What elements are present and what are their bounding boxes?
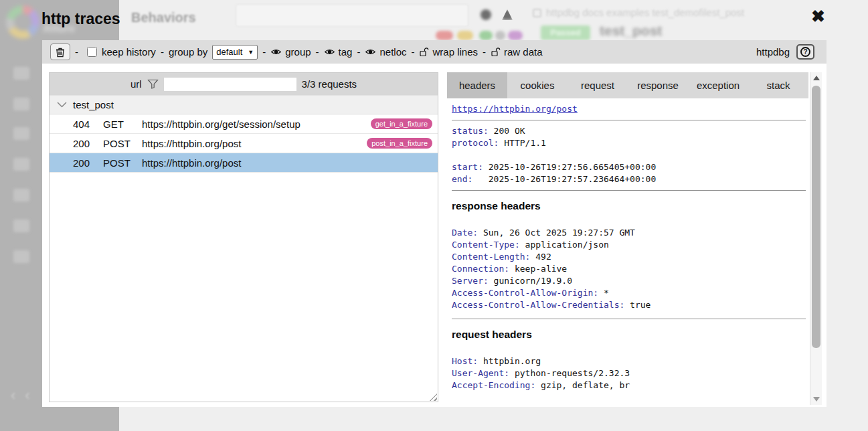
separator: - [262,46,266,58]
close-button[interactable]: ✖ [811,8,825,25]
group-label: test_post [73,99,114,110]
request-url-link[interactable]: https://httpbin.org/post [452,104,578,114]
wrap-lines-label: wrap lines [432,46,478,58]
group-by-label: group by [169,46,207,58]
detail-scrollbar[interactable] [810,72,822,405]
sidebar-icon [13,220,29,232]
raw-data-label: raw data [504,46,543,58]
http-method: GET [103,118,130,130]
separator: - [161,46,164,58]
toolbar: - keep history - group by default ▼ - gr… [42,40,827,64]
toggle-group[interactable]: group [270,46,311,58]
request-group-row[interactable]: test_post [50,96,438,114]
request-row-selected[interactable]: 200 POST https://httpbin.org/post [50,153,438,173]
request-row[interactable]: 200 POST https://httpbin.org/post post_i… [50,134,438,153]
divider [452,319,806,319]
filter-bar: url 3/3 requests [50,73,438,95]
toggle-tag[interactable]: tag [324,46,353,58]
request-url: https://httpbin.org/post [142,157,438,169]
scrollbar-thumb[interactable] [812,86,820,348]
sidebar-icon [13,250,29,263]
funnel-icon [147,79,159,89]
group-by-select[interactable]: default ▼ [212,45,258,60]
url-filter-input[interactable] [164,78,296,91]
breadcrumb: httpdbg docs examples test_demofilest_po… [546,7,744,18]
tab-headers[interactable]: headers [447,72,507,98]
chevron-down-icon [57,102,67,108]
clear-traces-button[interactable] [50,44,70,60]
group-by-value: default [216,47,242,57]
status-code: 200 [72,138,90,149]
status-chip-failed [436,31,453,40]
tag-toggle-label: tag [339,46,353,58]
status-code: 200 [72,157,90,169]
question-mark-icon: ? [800,47,810,57]
separator: - [483,46,486,58]
page-title: http traces [41,10,120,28]
panel-resize-handle[interactable] [430,394,437,401]
scroll-down-button[interactable] [810,394,822,405]
url-filter-label: url [131,78,142,90]
request-headers-title: request headers [452,329,806,341]
screen: Allure ‹‹ Behaviors httpdbg docs example… [0,0,868,431]
tab-stack[interactable]: stack [748,72,808,98]
tag-badge[interactable]: get_in_a_fixture [371,118,432,129]
status-chip-skipped [495,31,505,40]
status-code: 404 [72,118,90,130]
request-list-panel: url 3/3 requests test_post 404 GET htt [49,72,438,402]
status-badge: Passed [541,25,590,40]
chevron-down-icon: ▼ [248,49,254,56]
request-list: test_post 404 GET https://httpbin.org/ge… [50,95,438,173]
tab-response[interactable]: response [628,72,688,98]
breadcrumb-icon [533,9,541,17]
httpdbg-panel: - keep history - group by default ▼ - gr… [42,40,827,407]
netloc-toggle-label: netloc [379,46,406,58]
divider [452,190,806,191]
status-chip-passed [479,31,493,40]
help-button[interactable]: ? [796,44,814,60]
background-search-input [236,4,468,27]
http-method: POST [103,157,130,169]
gear-icon [481,9,491,20]
tab-request[interactable]: request [568,72,628,98]
sidebar-icon [13,67,29,80]
separator: - [316,46,319,58]
tag-badge[interactable]: post_in_a_fixture [367,138,432,149]
brand-label: httpdbg [756,46,790,58]
tab-cookies[interactable]: cookies [507,72,568,98]
background-page-title: Behaviors [131,10,196,25]
http-method: POST [103,138,130,149]
toggle-raw-data[interactable]: raw data [491,46,543,58]
group-toggle-label: group [285,46,311,58]
allure-logo-icon [6,5,39,39]
trash-icon [56,47,65,58]
request-row[interactable]: 404 GET https://httpbin.org/get/session/… [50,114,438,134]
tab-exception[interactable]: exception [688,72,748,98]
triangle-up-icon [813,76,820,80]
detail-tabs: headers cookies request response excepti… [447,72,808,98]
status-chip-unknown [508,31,523,40]
sidebar-collapse-icons: ‹‹ [11,387,39,404]
keep-history-label: keep history [102,46,156,58]
status-chip-broken [457,31,473,40]
sidebar-icon [13,189,29,201]
sidebar-icon [13,158,29,171]
unlock-icon [419,47,429,57]
response-headers-title: response headers [452,200,806,212]
eye-icon [324,48,335,56]
background-test-name: test_post [600,23,662,39]
flask-icon [502,9,513,20]
toggle-netloc[interactable]: netloc [365,46,406,58]
divider [452,120,806,120]
keep-history-checkbox[interactable] [87,47,97,57]
eye-icon [365,48,376,56]
detail-content: https://httpbin.org/post status: 200 OK … [447,98,808,405]
scroll-up-button[interactable] [810,72,822,84]
unlock-icon [491,47,501,57]
request-count: 3/3 requests [302,78,357,90]
separator: - [357,46,360,58]
separator: - [75,46,78,58]
sidebar-icon [13,127,29,140]
toggle-wrap-lines[interactable]: wrap lines [419,46,478,58]
sidebar-icon [13,98,29,110]
